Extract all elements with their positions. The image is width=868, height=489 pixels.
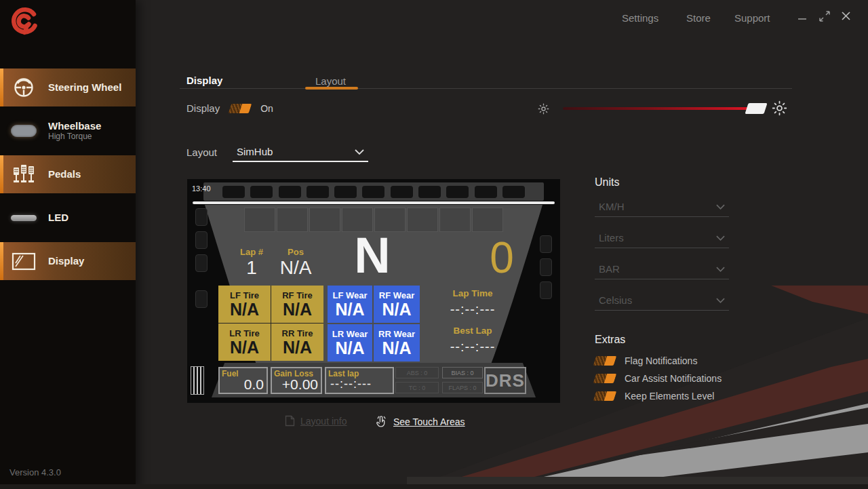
tire-cell: RF TireN/A bbox=[271, 286, 323, 323]
keep-elements-level-toggle[interactable] bbox=[593, 391, 617, 401]
dash-gear-value: N bbox=[345, 231, 399, 281]
sidebar-item-steering-wheel[interactable]: Steering Wheel bbox=[0, 69, 136, 106]
sidebar-item-label: LED bbox=[48, 212, 68, 223]
sidebar-item-label: Wheelbase High Torque bbox=[48, 120, 101, 141]
steering-wheel-icon bbox=[10, 76, 37, 99]
units-speed-select[interactable]: KM/H bbox=[595, 197, 729, 217]
resize-button[interactable] bbox=[818, 10, 831, 22]
extras-row-flag: Flag Notifications bbox=[595, 355, 697, 366]
tab-display[interactable]: Display bbox=[186, 75, 222, 86]
see-touch-areas-link[interactable]: See Touch Areas bbox=[375, 415, 465, 428]
see-touch-areas-label: See Touch Areas bbox=[393, 416, 465, 427]
sidebar-item-led[interactable]: LED bbox=[0, 199, 136, 237]
app-window: Settings Store Support bbox=[0, 0, 868, 489]
sidebar: Steering Wheel Wheelbase High Torque bbox=[0, 0, 136, 489]
bestlap-value: --:--:--- bbox=[429, 340, 517, 353]
chevron-down-icon bbox=[716, 204, 725, 210]
rev-led-row bbox=[222, 186, 525, 198]
sidebar-item-display[interactable]: Display bbox=[0, 242, 136, 280]
app-version: Version 4.3.0 bbox=[9, 467, 61, 477]
flag-notifications-toggle[interactable] bbox=[593, 356, 617, 366]
dash-drs-box: DRS bbox=[484, 367, 526, 394]
dash-speed-value: 0 bbox=[475, 236, 529, 279]
units-temperature-value: Celsius bbox=[599, 294, 632, 306]
tab-rule bbox=[180, 88, 792, 89]
sidebar-item-pedals[interactable]: Pedals bbox=[0, 155, 136, 193]
wear-cell: RF WearN/A bbox=[374, 286, 420, 323]
side-button bbox=[540, 258, 552, 276]
brand-logo bbox=[9, 6, 41, 43]
dash-bestlap-block: Best Lap --:--:--- bbox=[429, 326, 517, 353]
brightness-low-icon bbox=[538, 103, 549, 117]
sidebar-item-label: Display bbox=[48, 255, 84, 267]
wear-cell: LF WearN/A bbox=[328, 286, 372, 323]
resize-icon bbox=[818, 10, 831, 22]
side-button bbox=[195, 208, 208, 226]
extras-heading: Extras bbox=[595, 334, 625, 346]
close-icon bbox=[841, 11, 851, 21]
dash-flaps-box: FLAPS : 0 bbox=[442, 382, 483, 393]
dash-wear-grid: LF WearN/A RF WearN/A LR WearN/A RR Wear… bbox=[328, 286, 420, 361]
layout-info-label: Layout info bbox=[300, 416, 347, 427]
units-volume-value: Liters bbox=[599, 232, 624, 243]
units-pressure-select[interactable]: BAR bbox=[595, 259, 729, 279]
pit-limiter-icon bbox=[191, 366, 204, 395]
close-button[interactable] bbox=[841, 11, 851, 21]
tire-cell: RR TireN/A bbox=[271, 324, 323, 361]
units-temperature-select[interactable]: Celsius bbox=[595, 290, 729, 311]
car-assist-notifications-label: Car Assist Notifications bbox=[625, 373, 722, 384]
menu-store[interactable]: Store bbox=[686, 12, 711, 24]
wheelbase-subtitle: High Torque bbox=[48, 132, 101, 142]
display-toggle-state: On bbox=[260, 103, 273, 114]
menu-support[interactable]: Support bbox=[734, 12, 770, 24]
brightness-slider-thumb[interactable] bbox=[745, 103, 767, 114]
wheelbase-icon bbox=[10, 125, 37, 137]
dash-abs-box: ABS : 0 bbox=[395, 367, 439, 378]
layout-select-value: SimHub bbox=[237, 146, 273, 157]
display-toggle-row: Display On bbox=[186, 102, 273, 114]
brand-spiral-icon bbox=[9, 6, 41, 40]
dash-clock: 13:40 bbox=[192, 184, 211, 193]
led-icon bbox=[10, 215, 37, 221]
sidebar-item-label: Steering Wheel bbox=[48, 81, 121, 93]
brightness-slider-track[interactable] bbox=[563, 107, 754, 110]
dash-lastlap-box: Last lap--:--:--- bbox=[325, 367, 394, 394]
extras-row-keep-level: Keep Elements Level bbox=[595, 391, 714, 402]
layout-select[interactable]: SimHub bbox=[233, 142, 368, 162]
menu-settings[interactable]: Settings bbox=[622, 12, 658, 24]
dash-lap-value: 1 bbox=[232, 258, 271, 277]
dash-fuel-box: Fuel0.0 bbox=[218, 367, 268, 394]
dash-tc-box: TC : 0 bbox=[395, 382, 439, 393]
tire-cell: LR TireN/A bbox=[218, 324, 271, 361]
chevron-down-icon bbox=[355, 149, 364, 155]
units-heading: Units bbox=[595, 176, 619, 189]
car-assist-notifications-toggle[interactable] bbox=[593, 374, 617, 383]
dash-bias-box: BIAS : 0 bbox=[442, 367, 483, 378]
wear-cell: LR WearN/A bbox=[328, 324, 372, 361]
display-toggle[interactable] bbox=[229, 104, 252, 113]
units-volume-select[interactable]: Liters bbox=[595, 228, 729, 248]
dash-tire-grid: LF TireN/A RF TireN/A LR TireN/A RR Tire… bbox=[218, 286, 323, 361]
side-button bbox=[540, 235, 552, 253]
keep-elements-level-label: Keep Elements Level bbox=[625, 391, 714, 402]
side-button bbox=[540, 281, 552, 299]
chevron-down-icon bbox=[716, 298, 725, 303]
tab-active-indicator bbox=[305, 87, 358, 90]
layout-info-link: Layout info bbox=[285, 415, 347, 427]
dash-gainloss-box: Gain Loss+0.00 bbox=[271, 367, 322, 394]
sidebar-item-wheelbase[interactable]: Wheelbase High Torque bbox=[0, 112, 136, 150]
bottom-band bbox=[0, 484, 868, 489]
touch-hand-icon bbox=[375, 415, 388, 428]
tab-layout[interactable]: Layout bbox=[315, 75, 346, 87]
minimize-button[interactable] bbox=[797, 12, 807, 22]
flag-notifications-label: Flag Notifications bbox=[625, 355, 697, 366]
brightness-high-icon bbox=[772, 100, 787, 119]
dashboard-preview: 13:40 Lap # 1 Pos N/A N 0 LF TireN/A RF … bbox=[187, 179, 560, 403]
display-icon bbox=[10, 252, 37, 271]
display-toggle-label: Display bbox=[186, 102, 220, 114]
minimize-icon bbox=[797, 12, 807, 22]
dash-lap-block: Lap # 1 bbox=[232, 247, 271, 277]
dash-pos-block: Pos N/A bbox=[274, 247, 317, 277]
sidebar-item-label: Pedals bbox=[48, 168, 81, 180]
laptime-label: Lap Time bbox=[429, 288, 517, 298]
